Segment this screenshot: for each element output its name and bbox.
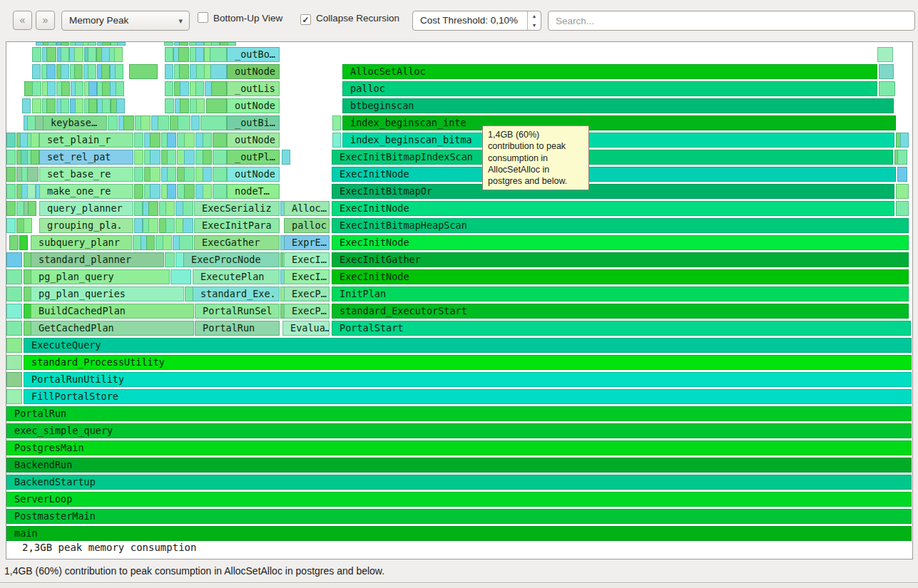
flame-cell[interactable]	[75, 98, 83, 113]
flame-cell-execgather[interactable]: ExecGather	[194, 235, 280, 250]
flame-cell[interactable]	[896, 201, 909, 216]
bottom-up-checkbox[interactable]: Bottom-Up View	[198, 11, 282, 30]
flame-cell-fillportalstore[interactable]: FillPortalStore	[24, 389, 912, 404]
flame-cell[interactable]	[148, 201, 158, 216]
flame-cell-executeplan[interactable]: ExecutePlan	[193, 269, 280, 284]
flame-cell-execinitbitmapheapscan[interactable]: ExecInitBitmapHeapScan	[332, 218, 909, 233]
flame-cell[interactable]	[179, 64, 189, 79]
flame-cell-postgresmain[interactable]: PostgresMain	[6, 440, 912, 455]
flame-cell-postmastermain[interactable]: PostmasterMain	[6, 509, 912, 524]
flame-cell[interactable]	[6, 184, 16, 199]
flame-cell-set_base_re[interactable]: set_base_re	[39, 167, 133, 182]
flame-cell[interactable]	[24, 218, 32, 233]
flame-cell[interactable]	[213, 133, 227, 148]
flame-cell[interactable]	[6, 150, 16, 165]
flame-cell[interactable]	[167, 184, 176, 199]
flame-cell[interactable]	[134, 150, 143, 165]
flame-cell[interactable]	[191, 115, 200, 130]
flame-cell[interactable]	[203, 133, 212, 148]
flame-cell[interactable]	[88, 42, 96, 46]
flame-cell-standard_executorstart[interactable]: standard_ExecutorStart	[332, 304, 909, 319]
flame-cell-_outbi[interactable]: _outBi…	[227, 115, 280, 130]
flame-cell[interactable]	[148, 218, 158, 233]
flame-cell[interactable]	[22, 98, 31, 113]
flame-cell-execinitnode[interactable]: ExecInitNode	[332, 235, 909, 250]
flame-cell[interactable]	[48, 42, 56, 46]
check-icon[interactable]: ✓	[300, 14, 311, 25]
flame-cell[interactable]	[877, 47, 893, 62]
flame-cell-palloc[interactable]: palloc	[284, 218, 330, 233]
flame-cell[interactable]	[165, 98, 174, 113]
flame-cell[interactable]	[211, 81, 227, 96]
flame-cell[interactable]	[6, 372, 22, 387]
flame-cell[interactable]	[134, 218, 143, 233]
flame-cell[interactable]	[184, 184, 195, 199]
flame-cell[interactable]	[195, 47, 204, 62]
search-input[interactable]	[548, 11, 915, 31]
flame-cell[interactable]	[88, 81, 97, 96]
flame-cell[interactable]	[61, 81, 70, 96]
flame-cell[interactable]	[196, 98, 205, 113]
flame-cell[interactable]	[129, 64, 158, 79]
flame-cell-grouping_pla[interactable]: grouping_pla.	[39, 218, 133, 233]
spin-down-icon[interactable]: ▼	[528, 21, 541, 30]
flame-cell-index_beginscan_bitma[interactable]: index_beginscan_bitma	[342, 133, 894, 148]
flame-cell[interactable]	[114, 47, 123, 62]
flame-cell[interactable]	[75, 81, 83, 96]
flame-cell-standard_planner[interactable]: standard_planner	[31, 252, 164, 267]
flame-cell[interactable]	[74, 64, 83, 79]
flame-cell-main[interactable]: main	[6, 526, 912, 541]
flame-cell-outnode[interactable]: outNode	[227, 98, 280, 113]
flame-cell-portalrun[interactable]: PortalRun	[6, 406, 912, 421]
flame-cell[interactable]	[47, 81, 56, 96]
flame-cell[interactable]	[179, 42, 188, 46]
flame-cell[interactable]	[6, 133, 16, 148]
flame-cell[interactable]	[200, 115, 227, 130]
flame-cell[interactable]	[6, 287, 22, 301]
flame-cell[interactable]	[195, 81, 204, 96]
flame-cell[interactable]	[184, 133, 195, 148]
flame-cell[interactable]	[332, 133, 341, 148]
flame-cell[interactable]	[6, 269, 22, 284]
flame-cell[interactable]	[158, 115, 169, 130]
flame-cell-set_rel_pat[interactable]: set_rel_pat	[39, 150, 133, 165]
flame-cell[interactable]	[61, 42, 69, 46]
flame-cell-execinitnode[interactable]: ExecInitNode	[332, 201, 894, 216]
flame-cell[interactable]	[167, 150, 176, 165]
flame-cell-execinitgather[interactable]: ExecInitGather	[332, 252, 909, 267]
flame-cell[interactable]	[897, 167, 907, 182]
flame-cell[interactable]	[195, 42, 204, 46]
flame-cell-standard_exe[interactable]: standard_Exe.	[193, 287, 280, 301]
flame-cell[interactable]	[184, 150, 195, 165]
flame-cell[interactable]	[9, 235, 19, 250]
flame-cell[interactable]	[32, 64, 41, 79]
flame-cell-execprocnode[interactable]: ExecProcNode	[183, 252, 280, 267]
bottom-up-checkbox-box[interactable]	[198, 12, 208, 23]
flame-cell-evalua[interactable]: Evalua…	[282, 321, 330, 336]
flame-cell[interactable]	[88, 47, 96, 62]
flame-cell[interactable]	[178, 115, 190, 130]
flame-cell[interactable]	[134, 184, 143, 199]
flame-cell[interactable]	[102, 98, 111, 113]
flame-cell-index_beginscan_inte[interactable]: index_beginscan_inte	[342, 115, 896, 130]
flame-cell[interactable]	[213, 184, 227, 199]
flame-cell[interactable]	[213, 150, 227, 165]
flame-cell[interactable]	[211, 42, 220, 46]
flame-cell-execinitnode[interactable]: ExecInitNode	[332, 167, 896, 182]
flame-cell[interactable]	[900, 133, 909, 148]
flame-cell[interactable]	[108, 115, 118, 130]
flame-cell[interactable]	[180, 98, 189, 113]
flame-cell-alloc[interactable]: Alloc…	[284, 201, 330, 216]
flame-cell-execi[interactable]: ExecI…	[284, 269, 330, 284]
flame-cell[interactable]	[6, 338, 22, 353]
flame-cell[interactable]	[167, 167, 176, 182]
collapse-recursion-checkbox[interactable]: ✓Collapse Recursion	[300, 11, 399, 30]
flame-cell[interactable]	[6, 201, 16, 216]
flame-cell[interactable]	[46, 98, 56, 113]
flame-cell[interactable]	[117, 42, 126, 46]
cost-type-combobox[interactable]: Memory Peak ▾	[61, 11, 190, 31]
flame-cell-query_planner[interactable]: query_planner	[39, 201, 133, 216]
flame-cell-getcachedplan[interactable]: GetCachedPlan	[31, 321, 194, 336]
flame-cell[interactable]	[6, 321, 22, 336]
flame-cell-exec_simple_query[interactable]: exec_simple_query	[6, 423, 912, 438]
